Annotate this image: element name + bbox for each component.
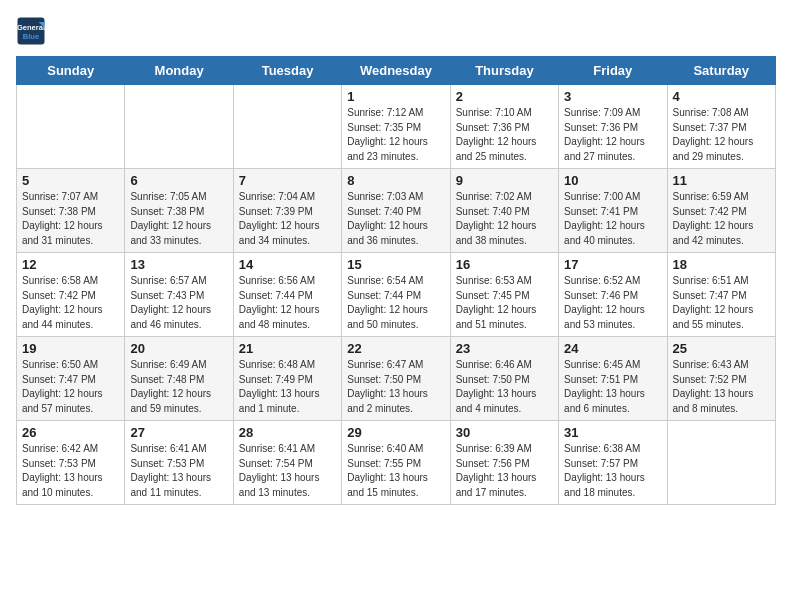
day-number: 7: [239, 173, 336, 188]
day-number: 24: [564, 341, 661, 356]
day-info: Sunrise: 7:03 AM Sunset: 7:40 PM Dayligh…: [347, 190, 444, 248]
day-number: 5: [22, 173, 119, 188]
calendar-cell: [233, 85, 341, 169]
weekday-header: Sunday: [17, 57, 125, 85]
day-number: 11: [673, 173, 770, 188]
day-info: Sunrise: 7:08 AM Sunset: 7:37 PM Dayligh…: [673, 106, 770, 164]
logo-icon: General Blue: [16, 16, 46, 46]
day-info: Sunrise: 6:40 AM Sunset: 7:55 PM Dayligh…: [347, 442, 444, 500]
day-number: 1: [347, 89, 444, 104]
day-info: Sunrise: 6:53 AM Sunset: 7:45 PM Dayligh…: [456, 274, 553, 332]
calendar-cell: 9Sunrise: 7:02 AM Sunset: 7:40 PM Daylig…: [450, 169, 558, 253]
day-number: 25: [673, 341, 770, 356]
day-number: 17: [564, 257, 661, 272]
calendar-cell: 16Sunrise: 6:53 AM Sunset: 7:45 PM Dayli…: [450, 253, 558, 337]
calendar-cell: 24Sunrise: 6:45 AM Sunset: 7:51 PM Dayli…: [559, 337, 667, 421]
calendar-cell: [17, 85, 125, 169]
day-number: 18: [673, 257, 770, 272]
weekday-header: Thursday: [450, 57, 558, 85]
day-info: Sunrise: 6:59 AM Sunset: 7:42 PM Dayligh…: [673, 190, 770, 248]
day-number: 29: [347, 425, 444, 440]
calendar-table: SundayMondayTuesdayWednesdayThursdayFrid…: [16, 56, 776, 505]
calendar-cell: 10Sunrise: 7:00 AM Sunset: 7:41 PM Dayli…: [559, 169, 667, 253]
calendar-cell: 22Sunrise: 6:47 AM Sunset: 7:50 PM Dayli…: [342, 337, 450, 421]
day-info: Sunrise: 6:41 AM Sunset: 7:53 PM Dayligh…: [130, 442, 227, 500]
day-info: Sunrise: 7:07 AM Sunset: 7:38 PM Dayligh…: [22, 190, 119, 248]
calendar-cell: 21Sunrise: 6:48 AM Sunset: 7:49 PM Dayli…: [233, 337, 341, 421]
page-header: General Blue: [16, 16, 776, 46]
calendar-cell: 1Sunrise: 7:12 AM Sunset: 7:35 PM Daylig…: [342, 85, 450, 169]
calendar-week-row: 12Sunrise: 6:58 AM Sunset: 7:42 PM Dayli…: [17, 253, 776, 337]
calendar-cell: 8Sunrise: 7:03 AM Sunset: 7:40 PM Daylig…: [342, 169, 450, 253]
calendar-cell: 5Sunrise: 7:07 AM Sunset: 7:38 PM Daylig…: [17, 169, 125, 253]
calendar-cell: 12Sunrise: 6:58 AM Sunset: 7:42 PM Dayli…: [17, 253, 125, 337]
day-number: 22: [347, 341, 444, 356]
day-info: Sunrise: 7:05 AM Sunset: 7:38 PM Dayligh…: [130, 190, 227, 248]
calendar-header-row: SundayMondayTuesdayWednesdayThursdayFrid…: [17, 57, 776, 85]
calendar-cell: [667, 421, 775, 505]
day-info: Sunrise: 6:48 AM Sunset: 7:49 PM Dayligh…: [239, 358, 336, 416]
day-number: 23: [456, 341, 553, 356]
day-info: Sunrise: 7:04 AM Sunset: 7:39 PM Dayligh…: [239, 190, 336, 248]
day-info: Sunrise: 6:54 AM Sunset: 7:44 PM Dayligh…: [347, 274, 444, 332]
day-info: Sunrise: 7:10 AM Sunset: 7:36 PM Dayligh…: [456, 106, 553, 164]
calendar-cell: 2Sunrise: 7:10 AM Sunset: 7:36 PM Daylig…: [450, 85, 558, 169]
svg-text:Blue: Blue: [23, 32, 39, 41]
day-number: 31: [564, 425, 661, 440]
day-info: Sunrise: 6:58 AM Sunset: 7:42 PM Dayligh…: [22, 274, 119, 332]
calendar-cell: 28Sunrise: 6:41 AM Sunset: 7:54 PM Dayli…: [233, 421, 341, 505]
day-number: 27: [130, 425, 227, 440]
calendar-cell: [125, 85, 233, 169]
day-info: Sunrise: 7:00 AM Sunset: 7:41 PM Dayligh…: [564, 190, 661, 248]
calendar-cell: 13Sunrise: 6:57 AM Sunset: 7:43 PM Dayli…: [125, 253, 233, 337]
calendar-cell: 30Sunrise: 6:39 AM Sunset: 7:56 PM Dayli…: [450, 421, 558, 505]
calendar-cell: 14Sunrise: 6:56 AM Sunset: 7:44 PM Dayli…: [233, 253, 341, 337]
calendar-week-row: 19Sunrise: 6:50 AM Sunset: 7:47 PM Dayli…: [17, 337, 776, 421]
day-info: Sunrise: 6:43 AM Sunset: 7:52 PM Dayligh…: [673, 358, 770, 416]
calendar-cell: 3Sunrise: 7:09 AM Sunset: 7:36 PM Daylig…: [559, 85, 667, 169]
calendar-cell: 26Sunrise: 6:42 AM Sunset: 7:53 PM Dayli…: [17, 421, 125, 505]
calendar-body: 1Sunrise: 7:12 AM Sunset: 7:35 PM Daylig…: [17, 85, 776, 505]
day-info: Sunrise: 6:51 AM Sunset: 7:47 PM Dayligh…: [673, 274, 770, 332]
day-number: 12: [22, 257, 119, 272]
day-number: 10: [564, 173, 661, 188]
day-number: 8: [347, 173, 444, 188]
day-info: Sunrise: 6:41 AM Sunset: 7:54 PM Dayligh…: [239, 442, 336, 500]
day-info: Sunrise: 6:52 AM Sunset: 7:46 PM Dayligh…: [564, 274, 661, 332]
day-number: 9: [456, 173, 553, 188]
day-number: 28: [239, 425, 336, 440]
day-number: 2: [456, 89, 553, 104]
day-info: Sunrise: 7:09 AM Sunset: 7:36 PM Dayligh…: [564, 106, 661, 164]
day-info: Sunrise: 7:12 AM Sunset: 7:35 PM Dayligh…: [347, 106, 444, 164]
weekday-header: Tuesday: [233, 57, 341, 85]
day-info: Sunrise: 6:47 AM Sunset: 7:50 PM Dayligh…: [347, 358, 444, 416]
day-info: Sunrise: 6:39 AM Sunset: 7:56 PM Dayligh…: [456, 442, 553, 500]
logo: General Blue: [16, 16, 50, 46]
calendar-cell: 18Sunrise: 6:51 AM Sunset: 7:47 PM Dayli…: [667, 253, 775, 337]
calendar-cell: 15Sunrise: 6:54 AM Sunset: 7:44 PM Dayli…: [342, 253, 450, 337]
day-info: Sunrise: 6:56 AM Sunset: 7:44 PM Dayligh…: [239, 274, 336, 332]
weekday-header: Wednesday: [342, 57, 450, 85]
day-info: Sunrise: 6:38 AM Sunset: 7:57 PM Dayligh…: [564, 442, 661, 500]
calendar-cell: 23Sunrise: 6:46 AM Sunset: 7:50 PM Dayli…: [450, 337, 558, 421]
calendar-cell: 29Sunrise: 6:40 AM Sunset: 7:55 PM Dayli…: [342, 421, 450, 505]
calendar-cell: 7Sunrise: 7:04 AM Sunset: 7:39 PM Daylig…: [233, 169, 341, 253]
calendar-cell: 31Sunrise: 6:38 AM Sunset: 7:57 PM Dayli…: [559, 421, 667, 505]
day-number: 4: [673, 89, 770, 104]
day-info: Sunrise: 6:50 AM Sunset: 7:47 PM Dayligh…: [22, 358, 119, 416]
calendar-cell: 11Sunrise: 6:59 AM Sunset: 7:42 PM Dayli…: [667, 169, 775, 253]
day-number: 19: [22, 341, 119, 356]
calendar-cell: 6Sunrise: 7:05 AM Sunset: 7:38 PM Daylig…: [125, 169, 233, 253]
day-info: Sunrise: 6:46 AM Sunset: 7:50 PM Dayligh…: [456, 358, 553, 416]
calendar-cell: 27Sunrise: 6:41 AM Sunset: 7:53 PM Dayli…: [125, 421, 233, 505]
day-number: 26: [22, 425, 119, 440]
day-number: 16: [456, 257, 553, 272]
calendar-cell: 20Sunrise: 6:49 AM Sunset: 7:48 PM Dayli…: [125, 337, 233, 421]
weekday-header: Friday: [559, 57, 667, 85]
weekday-header: Monday: [125, 57, 233, 85]
day-number: 21: [239, 341, 336, 356]
day-number: 20: [130, 341, 227, 356]
day-number: 13: [130, 257, 227, 272]
day-number: 6: [130, 173, 227, 188]
calendar-week-row: 1Sunrise: 7:12 AM Sunset: 7:35 PM Daylig…: [17, 85, 776, 169]
